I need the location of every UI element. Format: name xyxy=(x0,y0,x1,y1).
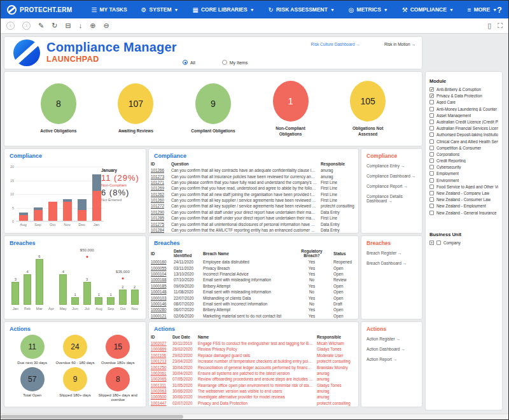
module-checkbox-new-zealand-employment[interactable]: New Zealand - Employment xyxy=(429,204,498,208)
module-checkbox-asset-management[interactable]: Asset Management xyxy=(429,113,498,118)
nav-item-system[interactable]: ⚙SYSTEM▼ xyxy=(141,6,179,13)
nav-item-more[interactable]: ≡MORE▼ xyxy=(468,6,497,13)
help-icon[interactable]: ? xyxy=(497,5,502,15)
row-id-link[interactable]: 1002065 xyxy=(149,376,171,382)
forward-icon[interactable]: › xyxy=(22,22,31,30)
breach-bar-oct[interactable] xyxy=(119,290,127,305)
compliance-link-compliance-details-dashboard[interactable]: Compliance Details Dashboard → xyxy=(361,191,422,206)
row-id-link[interactable]: 1000148 xyxy=(149,289,172,295)
breach-bar-may[interactable] xyxy=(59,274,67,305)
bar-segment-not-entered[interactable] xyxy=(92,174,101,191)
radio-all[interactable]: All xyxy=(183,60,195,65)
compliance-link-compliance-dashboard[interactable]: Compliance Dashboard → xyxy=(361,171,422,181)
zoom-in-icon[interactable]: ⊕ xyxy=(90,22,95,29)
stat-circle-compliant-obligations[interactable]: 9 xyxy=(195,83,231,124)
module-checkbox-new-zealand-company-law[interactable]: New Zealand - Company Law xyxy=(429,191,498,195)
bookmark-icon[interactable]: ▯ xyxy=(487,22,491,29)
module-checkbox-authorised-deposit-taking-institutions[interactable]: Authorised Deposit-taking Institutions xyxy=(429,132,498,137)
breach-link-breach-register[interactable]: Breach Register → xyxy=(361,248,422,258)
risk-in-motion-link[interactable]: Risk in Motion → xyxy=(384,42,415,46)
refresh-icon[interactable]: ↻ xyxy=(52,22,57,29)
row-id-link[interactable]: 1001106 xyxy=(149,353,171,358)
row-id-link[interactable]: 1000055 xyxy=(149,265,172,271)
breach-link-breach-dashboard[interactable]: Breach Dashboard → xyxy=(361,258,422,268)
bar-segment-non-compliant[interactable] xyxy=(63,202,72,221)
module-checkbox-anti-money-laundering-counter-terr[interactable]: Anti-Money Laundering & Counter Terr xyxy=(429,107,498,111)
bar-segment-non-compliant[interactable] xyxy=(78,210,87,221)
nav-item-metrics[interactable]: ◎METRICS▼ xyxy=(349,6,388,13)
row-id-link[interactable]: 1001311 xyxy=(149,382,171,388)
row-id-link[interactable]: 1001213 xyxy=(149,358,171,364)
module-checkbox-clinical-care-and-allied-health-service[interactable]: Clinical Care and Allied Health Service xyxy=(429,139,498,144)
row-id-link[interactable]: 1000500 xyxy=(149,394,171,400)
action-circle-total-open[interactable]: 57 xyxy=(20,367,45,391)
row-id-link[interactable]: 1001250 xyxy=(149,364,171,370)
module-checkbox-anti-bribery-corruption[interactable]: ✓Anti-Bribery & Corruption xyxy=(429,87,498,92)
module-checkbox-cybersecurity[interactable]: Cybersecurity xyxy=(429,165,498,169)
expand-icon[interactable]: + xyxy=(429,241,434,245)
print-icon[interactable]: ⊟ xyxy=(65,22,71,29)
stat-circle-active-obligations[interactable]: 8 xyxy=(41,83,76,124)
back-icon[interactable]: ‹ xyxy=(6,22,15,30)
module-checkbox-corporations[interactable]: Corporations xyxy=(429,152,498,157)
module-checkbox-food-service-to-aged-and-other-vulne[interactable]: Food Service to Aged and Other Vulne xyxy=(429,185,498,189)
row-id-link[interactable]: 1000185 xyxy=(149,283,172,289)
nav-item-core-libraries[interactable]: ▦CORE LIBRARIES▼ xyxy=(192,6,254,13)
row-id-link[interactable]: 1002027 xyxy=(149,340,171,346)
bar-segment-non-compliant[interactable] xyxy=(48,202,57,221)
breach-bar-sep[interactable] xyxy=(107,297,115,305)
row-id-link[interactable]: 101285 xyxy=(149,215,169,221)
row-id-link[interactable]: 101284 xyxy=(149,227,169,233)
stat-circle-obligations-not-assessed[interactable]: 105 xyxy=(350,81,386,122)
compliance-link-compliance-entry[interactable]: Compliance Entry → xyxy=(361,160,422,171)
module-checkbox-australian-financial-services-licence[interactable]: Australian Financial Services Licence ( xyxy=(429,126,498,130)
fullscreen-icon[interactable]: ⛶ xyxy=(498,22,503,29)
download-icon[interactable]: ↓ xyxy=(79,22,83,29)
bar-segment-non-compliant[interactable] xyxy=(34,210,43,221)
action-circle-slipped-180-days[interactable]: 9 xyxy=(63,367,87,391)
action-circle-slipped-180-days-and-overdue[interactable]: 8 xyxy=(106,367,130,391)
stat-circle-awaiting-reviews[interactable]: 107 xyxy=(118,83,153,124)
horizontal-scrollbar[interactable] xyxy=(1,414,508,419)
row-id-link[interactable]: 101273 xyxy=(149,173,169,179)
business-unit-checkbox[interactable] xyxy=(436,241,441,245)
scrollbar-thumb[interactable] xyxy=(1,415,183,419)
risk-culture-dashboard-link[interactable]: Risk Culture Dashboard → xyxy=(311,42,360,46)
breach-bar-jun[interactable] xyxy=(71,297,79,305)
action-link-action-register[interactable]: Action Register → xyxy=(361,333,422,344)
nav-item-my-tasks[interactable]: ☰MY TASKS xyxy=(92,6,127,13)
bar-segment-non-compliant[interactable] xyxy=(19,215,28,221)
module-checkbox-new-zealand-consumer-law[interactable]: New Zealand - Consumer Law xyxy=(429,197,498,202)
compliance-link-compliance-report[interactable]: Compliance Report → xyxy=(361,181,422,191)
module-checkbox-new-zealand-general-insurance[interactable]: New Zealand - General Insurance xyxy=(429,211,498,215)
action-link-action-dashboard[interactable]: Action Dashboard → xyxy=(361,344,422,354)
row-id-link[interactable]: 101290 xyxy=(149,209,169,215)
row-id-link[interactable]: 101275 xyxy=(149,221,169,227)
action-circle-due-next-30-days[interactable]: 11 xyxy=(20,335,45,359)
row-id-link[interactable]: 101262 xyxy=(149,192,169,197)
radio-my-items[interactable]: My Items xyxy=(222,60,248,65)
row-id-link[interactable]: 101260 xyxy=(149,197,169,203)
module-checkbox-employment[interactable]: Employment xyxy=(429,171,498,176)
module-checkbox-australian-credit-licence-credit-provi[interactable]: Australian Credit Licence (Credit Provi xyxy=(429,120,498,124)
nav-item-compliance[interactable]: ⚒COMPLIANCE▼ xyxy=(402,6,454,13)
row-id-link[interactable]: 1000103 xyxy=(149,295,172,300)
module-checkbox-aged-care[interactable]: Aged Care xyxy=(429,100,498,104)
brand-home-link[interactable]: PROTECHT.ERM xyxy=(7,5,73,15)
row-id-link[interactable]: 101266 xyxy=(149,167,169,173)
row-id-link[interactable]: 101271 xyxy=(149,179,169,185)
zoom-out-icon[interactable]: ⊖ xyxy=(103,22,109,29)
module-checkbox-competition-consumer[interactable]: Competition & Consumer xyxy=(429,146,498,150)
row-id-link[interactable]: 1000160 xyxy=(149,259,172,265)
nav-item-risk-assessment[interactable]: ↻RISK ASSESSMENT▼ xyxy=(268,6,335,13)
row-id-link[interactable]: 1000280 xyxy=(149,307,172,312)
row-id-link[interactable]: 101272 xyxy=(149,203,169,209)
bar-segment-not-entered[interactable] xyxy=(78,199,87,210)
row-id-link[interactable]: 1002061 xyxy=(149,370,171,376)
row-id-link[interactable]: 1001447 xyxy=(149,400,171,406)
module-checkbox-credit-reporting[interactable]: Credit Reporting xyxy=(429,158,498,163)
row-id-link[interactable]: 1000121 xyxy=(149,313,172,319)
action-circle-overdue-60-180-days[interactable]: 24 xyxy=(63,335,87,359)
breach-bar-jan[interactable] xyxy=(11,282,19,305)
row-id-link[interactable]: 1000168 xyxy=(149,277,172,283)
